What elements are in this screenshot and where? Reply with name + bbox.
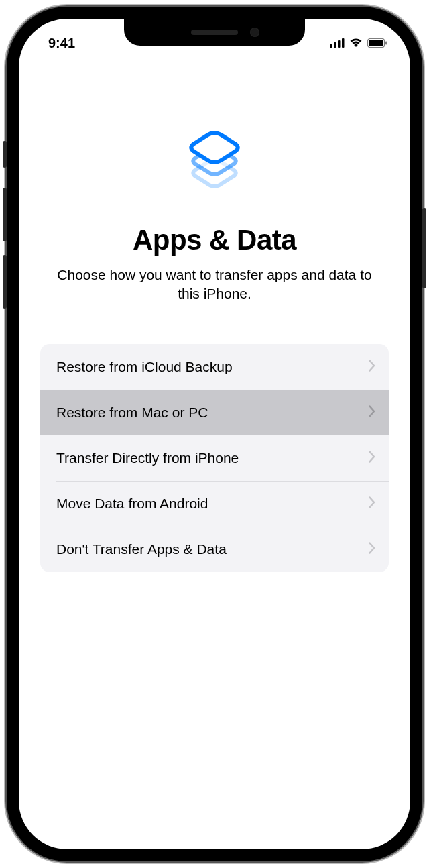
option-label: Transfer Directly from iPhone — [56, 450, 239, 466]
volume-down-button — [3, 255, 7, 309]
cellular-icon — [330, 36, 345, 51]
apps-data-stack-icon — [174, 119, 255, 200]
speaker-grill — [191, 30, 238, 35]
mute-switch — [3, 141, 7, 168]
chevron-right-icon — [369, 359, 375, 375]
screen: 9:41 — [19, 19, 410, 849]
chevron-right-icon — [369, 496, 375, 512]
page-title: Apps & Data — [40, 224, 389, 256]
option-restore-icloud[interactable]: Restore from iCloud Backup — [40, 344, 389, 390]
notch — [124, 19, 305, 46]
option-move-android[interactable]: Move Data from Android — [40, 481, 389, 527]
front-camera — [250, 28, 259, 37]
svg-rect-6 — [385, 41, 387, 44]
svg-rect-3 — [342, 38, 345, 48]
setup-content: Apps & Data Choose how you want to trans… — [19, 19, 410, 572]
option-dont-transfer[interactable]: Don't Transfer Apps & Data — [40, 527, 389, 572]
options-list: Restore from iCloud Backup Restore from … — [40, 344, 389, 572]
chevron-right-icon — [369, 541, 375, 557]
svg-rect-0 — [330, 44, 332, 48]
volume-up-button — [3, 188, 7, 241]
option-label: Restore from Mac or PC — [56, 404, 208, 421]
option-label: Restore from iCloud Backup — [56, 359, 233, 375]
power-button — [422, 208, 426, 288]
svg-rect-1 — [334, 42, 336, 48]
status-indicators — [330, 36, 387, 51]
status-time: 9:41 — [48, 36, 75, 51]
chevron-right-icon — [369, 404, 375, 421]
option-label: Move Data from Android — [56, 496, 208, 512]
battery-icon — [367, 36, 387, 51]
svg-rect-5 — [369, 40, 383, 46]
wifi-icon — [349, 36, 363, 51]
option-restore-mac-pc[interactable]: Restore from Mac or PC — [40, 390, 389, 435]
svg-rect-2 — [338, 40, 341, 48]
iphone-device-frame: 9:41 — [7, 7, 422, 861]
chevron-right-icon — [369, 450, 375, 466]
option-transfer-iphone[interactable]: Transfer Directly from iPhone — [40, 435, 389, 481]
option-label: Don't Transfer Apps & Data — [56, 541, 227, 557]
page-subtitle: Choose how you want to transfer apps and… — [40, 266, 389, 304]
